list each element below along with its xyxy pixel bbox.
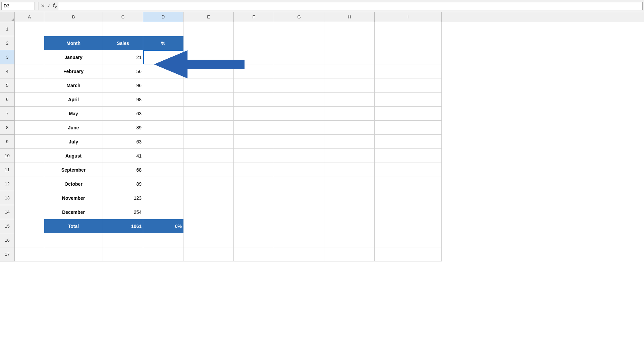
cell-c17[interactable] [103,247,143,261]
cell-a1[interactable] [15,22,44,36]
cell-g15[interactable] [274,219,324,233]
cell-d2-header[interactable]: % [143,36,183,50]
cell-c14[interactable]: 254 [103,205,143,219]
col-header-b[interactable]: B [44,12,103,22]
cell-g10[interactable] [274,149,324,163]
col-header-h[interactable]: H [324,12,375,22]
cell-c2-header[interactable]: Sales [103,36,143,50]
cell-d1[interactable] [143,22,183,36]
cell-h13[interactable] [324,191,375,205]
cell-h12[interactable] [324,177,375,191]
cell-e13[interactable] [183,191,234,205]
cell-c12[interactable]: 89 [103,177,143,191]
row-num-11[interactable]: 11 [0,163,15,177]
cell-i5[interactable] [375,78,442,93]
row-num-8[interactable]: 8 [0,121,15,135]
row-num-3[interactable]: 3 [0,50,15,64]
cell-i13[interactable] [375,191,442,205]
cell-g3[interactable] [274,50,324,64]
cell-i17[interactable] [375,247,442,261]
cell-a7[interactable] [15,107,44,121]
cell-e10[interactable] [183,149,234,163]
col-header-g[interactable]: G [274,12,324,22]
cell-h6[interactable] [324,93,375,107]
cell-i16[interactable] [375,233,442,247]
cell-d4[interactable] [143,64,183,78]
cell-b4[interactable]: February [44,64,103,78]
cell-c16[interactable] [103,233,143,247]
cell-f5[interactable] [234,78,274,93]
cell-f12[interactable] [234,177,274,191]
cell-f16[interactable] [234,233,274,247]
cell-i14[interactable] [375,205,442,219]
cell-h9[interactable] [324,135,375,149]
row-num-9[interactable]: 9 [0,135,15,149]
cell-h2[interactable] [324,36,375,50]
cell-a4[interactable] [15,64,44,78]
cell-e11[interactable] [183,163,234,177]
cell-g17[interactable] [274,247,324,261]
cell-f7[interactable] [234,107,274,121]
cell-e8[interactable] [183,121,234,135]
cell-g2[interactable] [274,36,324,50]
cell-c5[interactable]: 96 [103,78,143,93]
cell-a12[interactable] [15,177,44,191]
cell-e7[interactable] [183,107,234,121]
cell-b9[interactable]: July [44,135,103,149]
cell-e2[interactable] [183,36,234,50]
cell-i11[interactable] [375,163,442,177]
cell-a6[interactable] [15,93,44,107]
cell-f6[interactable] [234,93,274,107]
cell-f1[interactable] [234,22,274,36]
cell-b7[interactable]: May [44,107,103,121]
cell-i12[interactable] [375,177,442,191]
cell-c10[interactable]: 41 [103,149,143,163]
col-header-c[interactable]: C [103,12,143,22]
cell-e12[interactable] [183,177,234,191]
cell-f2[interactable] [234,36,274,50]
cell-a17[interactable] [15,247,44,261]
cell-b10[interactable]: August [44,149,103,163]
cell-d16[interactable] [143,233,183,247]
row-num-5[interactable]: 5 [0,78,15,93]
cell-g14[interactable] [274,205,324,219]
row-num-12[interactable]: 12 [0,177,15,191]
row-num-17[interactable]: 17 [0,247,15,261]
cell-e3[interactable] [183,50,234,64]
cell-i1[interactable] [375,22,442,36]
cell-e17[interactable] [183,247,234,261]
cell-b14[interactable]: December [44,205,103,219]
cell-b6[interactable]: April [44,93,103,107]
cell-c7[interactable]: 63 [103,107,143,121]
col-header-d[interactable]: D [143,12,183,22]
cell-i10[interactable] [375,149,442,163]
cell-d3[interactable] [143,50,183,64]
cell-b16[interactable] [44,233,103,247]
cell-e14[interactable] [183,205,234,219]
row-num-2[interactable]: 2 [0,36,15,50]
cell-h1[interactable] [324,22,375,36]
cell-f10[interactable] [234,149,274,163]
cell-h17[interactable] [324,247,375,261]
row-num-13[interactable]: 13 [0,191,15,205]
cell-reference-box[interactable]: D3 [1,2,35,10]
cell-e9[interactable] [183,135,234,149]
cell-d10[interactable] [143,149,183,163]
cell-a5[interactable] [15,78,44,93]
cell-d11[interactable] [143,163,183,177]
cell-c11[interactable]: 68 [103,163,143,177]
cell-b15-total[interactable]: Total [44,219,103,233]
cell-a14[interactable] [15,205,44,219]
cell-b11[interactable]: September [44,163,103,177]
col-header-i[interactable]: I [375,12,442,22]
cell-h7[interactable] [324,107,375,121]
row-num-14[interactable]: 14 [0,205,15,219]
row-num-10[interactable]: 10 [0,149,15,163]
cell-h5[interactable] [324,78,375,93]
row-num-15[interactable]: 15 [0,219,15,233]
cell-a8[interactable] [15,121,44,135]
cell-g4[interactable] [274,64,324,78]
cell-h11[interactable] [324,163,375,177]
cell-i7[interactable] [375,107,442,121]
cell-i3[interactable] [375,50,442,64]
